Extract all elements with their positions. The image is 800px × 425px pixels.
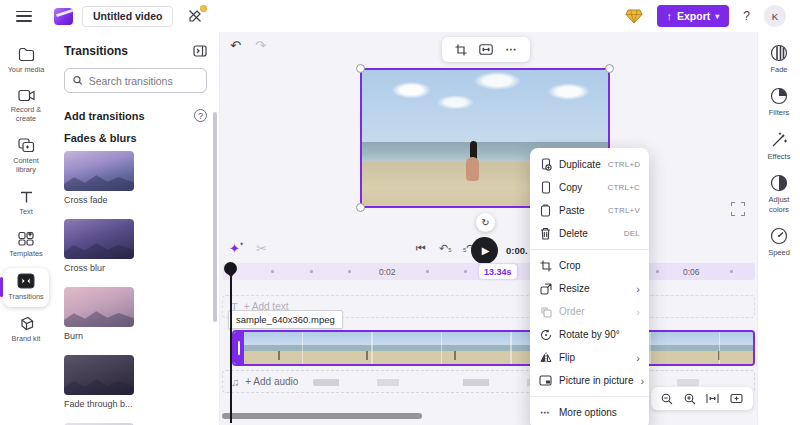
video-clip[interactable] <box>232 330 755 366</box>
tool-label: Adjust colors <box>758 195 800 214</box>
transition-cross-fade[interactable]: Cross fade <box>64 151 134 211</box>
user-avatar[interactable]: K <box>764 5 786 27</box>
context-menu: Duplicate CTRL+D Copy CTRL+C Paste CTRL+… <box>530 148 649 425</box>
tool-effects[interactable]: Effects <box>768 131 791 161</box>
timeline-options-icon[interactable] <box>730 393 743 404</box>
menu-item-rotate[interactable]: Rotate by 90° <box>530 323 649 346</box>
menu-item-label: Paste <box>559 205 585 216</box>
help-button[interactable]: ? <box>743 9 750 23</box>
menu-item-picture-in-picture[interactable]: Picture in picture › <box>530 369 649 392</box>
sidebar-item-brand-kit[interactable]: Brand kit <box>3 311 49 349</box>
tool-speed[interactable]: Speed <box>768 227 790 257</box>
transition-label: Cross blur <box>64 263 134 273</box>
duplicate-icon <box>539 158 552 171</box>
menu-item-copy[interactable]: Copy CTRL+C <box>530 176 649 199</box>
playhead[interactable] <box>224 262 238 423</box>
rewind-5s-icon[interactable]: ↶5 <box>439 242 452 255</box>
resize-handle-top-right[interactable] <box>605 64 614 73</box>
zoom-fit-icon[interactable] <box>706 393 719 404</box>
menu-item-label: Crop <box>559 260 581 271</box>
brand-kit-icon <box>18 316 34 331</box>
search-icon <box>73 75 83 86</box>
sidebar-item-label: Brand kit <box>11 334 42 343</box>
ai-sparkle-icon[interactable]: ✦ <box>229 241 240 256</box>
top-bar: Untitled video ↑ Export ▾ ? K <box>0 0 800 32</box>
split-scissors-icon[interactable]: ✂ <box>256 241 267 256</box>
transition-label: Cross fade <box>64 195 134 205</box>
upgrade-gem-icon[interactable] <box>625 9 643 24</box>
panel-scrollbar[interactable] <box>213 112 217 322</box>
menu-divider <box>530 396 649 397</box>
skip-to-start-icon[interactable]: ⏮ <box>416 242 426 255</box>
sidebar-item-your-media[interactable]: Your media <box>3 42 49 80</box>
transition-cross-blur[interactable]: Cross blur <box>64 219 134 279</box>
menu-item-more-options[interactable]: ⋯ More options <box>530 401 649 424</box>
sidebar-item-record-create[interactable]: Record & create <box>3 84 49 129</box>
menu-item-paste[interactable]: Paste CTRL+V <box>530 199 649 222</box>
menu-item-crop[interactable]: Crop <box>530 254 649 277</box>
zoom-in-icon[interactable] <box>684 393 696 405</box>
chevron-right-icon: › <box>636 283 640 295</box>
editor-stage: ↶ ↷ ⋯ ↻ ✦ ✂ ⏮ ↶5 5↷ ▶ 0:00. <box>220 32 757 425</box>
sidebar-item-transitions[interactable]: Transitions <box>3 268 49 307</box>
transitions-panel: Transitions Add transitions ? Fades & bl… <box>52 32 220 425</box>
search-input[interactable] <box>89 75 198 87</box>
sidebar-item-text[interactable]: Text <box>3 185 49 222</box>
ai-suggestions-icon[interactable] <box>185 6 205 26</box>
timeline-ruler[interactable]: 0:02 13.34s 0:06 <box>222 263 755 280</box>
clip-floating-toolbar: ⋯ <box>442 37 530 62</box>
project-title-input[interactable]: Untitled video <box>82 6 173 27</box>
transition-burn[interactable]: Burn <box>64 287 134 347</box>
top-bar-actions: ↑ Export ▾ ? K <box>625 5 786 27</box>
text-icon <box>19 190 34 204</box>
menu-item-delete[interactable]: Delete DEL <box>530 222 649 245</box>
fit-resize-icon[interactable] <box>479 44 493 55</box>
transition-fade-through-black[interactable]: Fade through b... <box>64 355 134 415</box>
transitions-grid: Cross fade Cross blur Burn Fade through … <box>52 151 219 425</box>
playback-controls: ✦ ✂ ⏮ ↶5 5↷ ▶ 0:00. <box>220 236 757 264</box>
zoom-out-icon[interactable] <box>661 393 673 405</box>
rotate-handle[interactable]: ↻ <box>476 213 495 232</box>
menu-item-flip[interactable]: Flip › <box>530 346 649 369</box>
play-button[interactable]: ▶ <box>471 237 498 264</box>
rotate-icon <box>539 329 552 341</box>
search-box[interactable] <box>64 68 207 93</box>
export-button[interactable]: ↑ Export ▾ <box>657 5 730 27</box>
redo-icon[interactable]: ↷ <box>255 38 266 53</box>
transition-thumbnail <box>64 219 134 259</box>
adjust-colors-icon <box>770 174 788 192</box>
tool-adjust-colors[interactable]: Adjust colors <box>758 174 800 214</box>
collapse-panel-icon[interactable] <box>193 45 207 57</box>
menu-item-label: Duplicate <box>559 159 601 170</box>
resize-handle-bottom-left[interactable] <box>356 203 365 212</box>
menu-item-label: Delete <box>559 228 588 239</box>
menu-item-duplicate[interactable]: Duplicate CTRL+D <box>530 153 649 176</box>
hamburger-menu-icon[interactable] <box>16 11 32 22</box>
export-label: Export <box>677 10 710 22</box>
help-circle-icon[interactable]: ? <box>194 109 207 122</box>
menu-shortcut: CTRL+V <box>608 206 640 215</box>
templates-icon <box>18 231 34 246</box>
resize-handle-top-left[interactable] <box>356 64 365 73</box>
clipchamp-logo[interactable] <box>54 8 73 25</box>
tool-fade[interactable]: Fade <box>770 44 788 74</box>
sidebar-item-content-library[interactable]: Content library <box>3 133 49 180</box>
more-options-icon[interactable]: ⋯ <box>506 43 518 56</box>
clip-frame-separators <box>234 332 753 364</box>
tool-filters[interactable]: Filters <box>769 87 789 117</box>
undo-icon[interactable]: ↶ <box>230 38 241 53</box>
menu-divider <box>530 249 649 250</box>
timeline-zoom-toolbar <box>651 387 753 410</box>
current-time-label: 0:00. <box>506 245 528 256</box>
fullscreen-icon[interactable] <box>731 202 745 216</box>
transition-thumbnail <box>64 151 134 191</box>
library-icon <box>18 138 35 153</box>
transition-label: Fade through b... <box>64 399 134 409</box>
ruler-mark: 0:06 <box>683 267 700 277</box>
menu-item-resize[interactable]: Resize › <box>530 277 649 300</box>
crop-icon[interactable] <box>455 44 467 56</box>
resize-icon <box>539 283 552 295</box>
preview-person <box>463 141 481 183</box>
sidebar-item-templates[interactable]: Templates <box>3 226 49 264</box>
timeline-horizontal-scrollbar[interactable] <box>222 413 422 419</box>
